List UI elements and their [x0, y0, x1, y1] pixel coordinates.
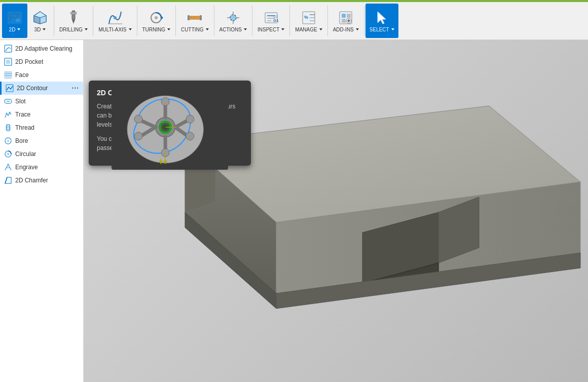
multiaxis-icon — [107, 10, 123, 26]
toolbar-btn-select[interactable]: SELECT — [365, 4, 398, 38]
sidebar-item-circular[interactable]: Circular — [0, 147, 83, 161]
svg-rect-38 — [342, 19, 346, 23]
chamfer-label: 2D Chamfer — [15, 177, 79, 184]
adaptive-icon — [4, 45, 12, 53]
sidebar-item-thread[interactable]: Thread — [0, 121, 83, 134]
pocket-icon — [4, 58, 12, 66]
turning-icon — [148, 10, 164, 26]
svg-text:%: % — [304, 15, 308, 20]
toolbar-btn-inspect[interactable]: G1 G2 INSPECT — [253, 4, 288, 38]
svg-marker-7 — [72, 20, 75, 24]
tooltip-popup: 2D Contour Creates toolpaths based on a … — [89, 81, 251, 166]
svg-line-64 — [5, 177, 7, 183]
chamfer-icon — [4, 176, 12, 184]
toolbar-btn-3d[interactable]: 3D — [27, 4, 53, 38]
svg-rect-45 — [6, 60, 10, 64]
separator-3 — [137, 6, 137, 36]
manage-icon: % — [301, 10, 317, 26]
separator-7 — [289, 6, 290, 36]
cutting-icon — [187, 10, 203, 26]
svg-point-9 — [114, 16, 117, 19]
drilling-icon — [65, 10, 82, 26]
svg-rect-15 — [188, 15, 190, 20]
separator-9 — [364, 6, 364, 36]
svg-point-89 — [134, 132, 142, 140]
sidebar-item-slot[interactable]: Slot — [0, 95, 83, 108]
svg-point-88 — [186, 115, 194, 123]
toolbar-label-inspect: INSPECT — [258, 27, 284, 32]
sidebar-item-adaptive[interactable]: 2D Adaptive Clearing — [0, 42, 83, 55]
thread-icon — [4, 124, 12, 132]
svg-marker-42 — [378, 12, 386, 24]
contour-more-btn[interactable]: ⋯ — [71, 84, 79, 92]
sidebar-item-trace[interactable]: Trace — [0, 108, 83, 121]
svg-rect-6 — [72, 11, 75, 20]
thread-label: Thread — [15, 124, 79, 131]
engrave-icon — [4, 163, 12, 171]
svg-point-90 — [186, 132, 194, 140]
svg-rect-46 — [5, 71, 12, 79]
toolbar-btn-multiaxis[interactable]: MULTI-AXIS — [94, 4, 135, 38]
separator-4 — [175, 6, 176, 36]
toolbar-btn-cutting[interactable]: CUTTING — [177, 4, 212, 38]
svg-rect-8 — [70, 12, 77, 14]
actions-icon — [225, 10, 241, 26]
face-label: Face — [15, 71, 79, 79]
contour-label: 2D Contour — [17, 85, 68, 92]
toolbar-btn-manage[interactable]: % MANAGE — [291, 4, 326, 38]
separator-2 — [93, 6, 93, 36]
svg-text:G1: G1 — [273, 18, 279, 23]
circular-icon — [4, 150, 12, 158]
toolbar-btn-actions[interactable]: ACTIONS — [215, 4, 251, 38]
toolbar-label-manage: MANAGE — [295, 27, 322, 32]
svg-rect-37 — [347, 14, 351, 18]
3d-icon — [32, 10, 48, 26]
sidebar-item-face[interactable]: Face — [0, 68, 83, 82]
svg-point-61 — [8, 154, 9, 155]
sidebar-item-bore[interactable]: Bore — [0, 134, 83, 147]
separator-1 — [54, 6, 54, 36]
separator-5 — [214, 6, 214, 36]
toolbar-btn-drilling[interactable]: DRILLING — [55, 4, 92, 38]
sidebar-item-chamfer[interactable]: 2D Chamfer — [0, 174, 83, 187]
trace-label: Trace — [15, 111, 79, 118]
select-icon — [374, 10, 390, 26]
svg-point-52 — [6, 113, 8, 114]
toolbar-label-drilling: DRILLING — [59, 27, 88, 32]
separator-8 — [327, 6, 328, 36]
inspect-icon: G1 G2 — [263, 10, 279, 26]
svg-point-13 — [155, 16, 158, 19]
sidebar-item-contour[interactable]: 2D Contour ⋯ — [0, 82, 83, 95]
slot-icon — [4, 97, 12, 105]
separator-6 — [252, 6, 252, 36]
svg-point-87 — [134, 115, 142, 123]
svg-rect-1 — [16, 19, 20, 22]
toolbar-label-2d: 2D — [9, 27, 21, 32]
svg-rect-36 — [342, 14, 346, 18]
toolbar-label-cutting: CUTTING — [181, 27, 208, 32]
svg-rect-16 — [200, 15, 202, 20]
2d-icon — [7, 10, 23, 26]
tooltip-illustration — [89, 85, 251, 170]
svg-point-85 — [161, 98, 169, 106]
main-content: 2D Adaptive Clearing 2D Pocket Face — [0, 40, 588, 382]
circular-label: Circular — [15, 150, 79, 158]
sidebar-item-pocket[interactable]: 2D Pocket — [0, 55, 83, 68]
engrave-label: Engrave — [15, 164, 79, 171]
toolbar-btn-turning[interactable]: TURNING — [138, 4, 175, 38]
pocket-label: 2D Pocket — [15, 58, 79, 65]
toolbar-btn-2d[interactable]: 2D — [2, 4, 27, 38]
face-icon — [4, 71, 12, 79]
contour-icon — [6, 84, 14, 92]
viewport: 2D Contour Creates toolpaths based on a … — [84, 40, 588, 382]
toolbar-btn-addins[interactable]: ADD-INS — [329, 4, 363, 38]
slot-label: Slot — [15, 98, 79, 105]
toolbar-label-addins: ADD-INS — [333, 27, 359, 32]
sidebar-item-engrave[interactable]: Engrave — [0, 161, 83, 174]
bore-icon — [4, 137, 12, 145]
toolbar-label-select: SELECT — [370, 27, 394, 32]
sidebar: 2D Adaptive Clearing 2D Pocket Face — [0, 40, 84, 382]
adaptive-label: 2D Adaptive Clearing — [15, 45, 79, 52]
svg-point-59 — [7, 140, 9, 142]
addins-icon — [338, 10, 354, 26]
